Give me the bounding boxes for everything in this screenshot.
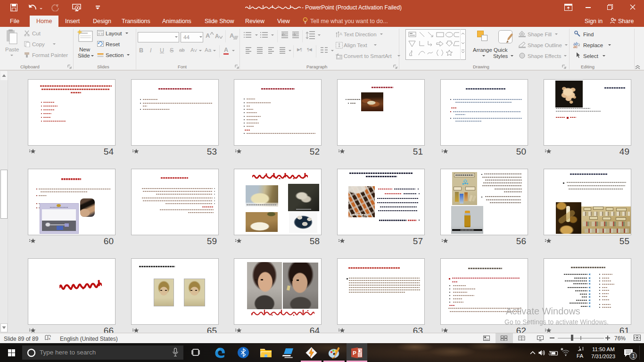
svg-text:x: x <box>49 337 50 341</box>
svg-text:ac: ac <box>573 44 578 48</box>
svg-text:P: P <box>353 350 356 356</box>
svg-text:A: A <box>339 32 342 36</box>
svg-text:1: 1 <box>632 354 635 359</box>
